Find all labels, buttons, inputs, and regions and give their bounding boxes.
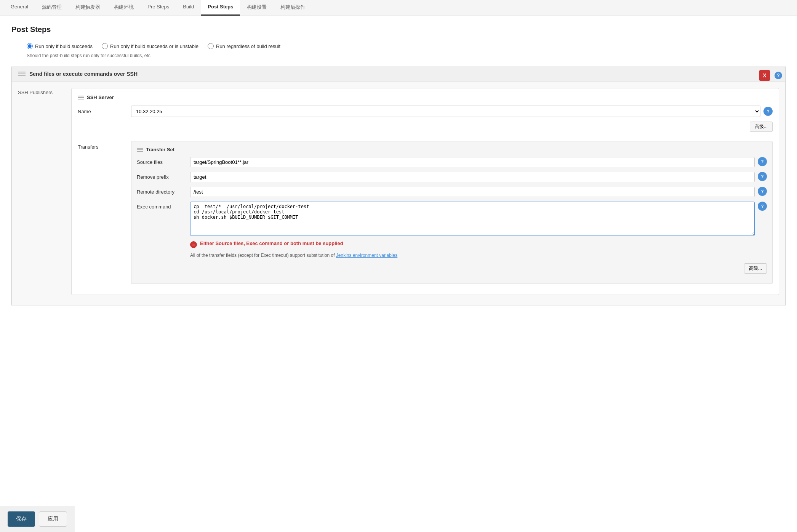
error-text: Either Source files, Exec command or bot…	[200, 240, 343, 246]
page-title: Post Steps	[11, 25, 786, 34]
name-row: Name 10.32.20.25 ?	[78, 106, 773, 117]
page-content: Post Steps Run only if build succeeds Ru…	[0, 16, 797, 532]
ssh-publishers-label: SSH Publishers	[18, 88, 71, 300]
advanced-button-transfers[interactable]: 高级...	[744, 263, 767, 274]
exec-command-label: Exec command	[137, 202, 190, 210]
remove-prefix-row: Remove prefix ?	[137, 172, 767, 182]
tab-build[interactable]: Build	[176, 0, 201, 16]
ssh-card-body: SSH Publishers SSH Server Name 10.32.20.…	[12, 82, 785, 306]
tab-build-triggers[interactable]: 构建触发器	[69, 0, 107, 16]
advanced-button-server[interactable]: 高级...	[750, 122, 773, 132]
radio-group: Run only if build succeeds Run only if b…	[11, 43, 786, 49]
help-icon-source[interactable]: ?	[758, 157, 767, 166]
tab-pre-steps[interactable]: Pre Steps	[141, 0, 176, 16]
radio-label-option3: Run regardless of build result	[216, 43, 280, 49]
transfers-block: Transfer Set Source files ?	[131, 141, 773, 284]
tab-general[interactable]: General	[4, 0, 35, 16]
radio-hint: Should the post-build steps run only for…	[11, 53, 786, 58]
help-icon-prefix[interactable]: ?	[758, 172, 767, 181]
source-files-input[interactable]	[190, 157, 755, 167]
close-button[interactable]: X	[759, 70, 770, 81]
section-drag-handle[interactable]	[78, 96, 84, 99]
remove-prefix-label: Remove prefix	[137, 172, 190, 180]
radio-option2[interactable]: Run only if build succeeds or is unstabl…	[102, 43, 198, 49]
apply-button[interactable]: 应用	[39, 511, 67, 527]
name-select[interactable]: 10.32.20.25	[131, 106, 760, 117]
transfers-label: Transfers	[78, 141, 131, 150]
tab-build-env[interactable]: 构建环境	[107, 0, 141, 16]
radio-label-option1: Run only if build succeeds	[35, 43, 93, 49]
radio-input-option3[interactable]	[208, 43, 214, 49]
exec-command-textarea[interactable]	[190, 202, 755, 236]
drag-handle[interactable]	[18, 72, 26, 76]
ssh-server-header: SSH Server	[78, 95, 773, 100]
radio-label-option2: Run only if build succeeds or is unstabl…	[110, 43, 198, 49]
bottom-buttons: 保存 应用	[0, 506, 75, 532]
help-icon-exec[interactable]: ?	[758, 202, 767, 211]
ssh-server-section-title: SSH Server	[87, 95, 114, 100]
tab-scm[interactable]: 源码管理	[35, 0, 69, 16]
transfers-content: Transfer Set Source files ?	[131, 141, 773, 284]
transfers-header: Transfer Set	[137, 147, 767, 152]
ssh-publishers-content: SSH Server Name 10.32.20.25 ?	[71, 88, 779, 300]
name-label: Name	[78, 109, 131, 114]
error-block: − Either Source files, Exec command or b…	[137, 240, 767, 248]
help-icon-remote[interactable]: ?	[758, 187, 767, 196]
exec-command-row: Exec command ?	[137, 202, 767, 236]
transfer-set-title: Transfer Set	[146, 147, 174, 152]
remote-dir-label: Remote directory	[137, 187, 190, 195]
source-files-row: Source files ?	[137, 157, 767, 167]
tab-post-build[interactable]: 构建后操作	[274, 0, 312, 16]
remove-prefix-input[interactable]	[190, 172, 755, 182]
source-files-label: Source files	[137, 157, 190, 165]
jenkins-env-link[interactable]: Jenkins environment variables	[336, 253, 397, 258]
help-icon-card[interactable]: ?	[775, 72, 782, 79]
error-icon: −	[190, 241, 197, 248]
transfers-row: Transfers Transfer Set	[78, 141, 773, 284]
ssh-card-title: Send files or execute commands over SSH	[29, 71, 138, 77]
remote-dir-row: Remote directory ?	[137, 187, 767, 197]
ssh-card: Send files or execute commands over SSH …	[11, 66, 786, 306]
save-button[interactable]: 保存	[8, 511, 35, 527]
transfer-drag-handle[interactable]	[137, 148, 143, 152]
radio-input-option2[interactable]	[102, 43, 108, 49]
ssh-server-block: SSH Server Name 10.32.20.25 ?	[71, 88, 779, 295]
ssh-card-header: Send files or execute commands over SSH	[12, 66, 785, 82]
radio-input-option1[interactable]	[27, 43, 33, 49]
info-text: All of the transfer fields (except for E…	[137, 252, 767, 259]
tab-build-settings[interactable]: 构建设置	[240, 0, 274, 16]
radio-option1[interactable]: Run only if build succeeds	[27, 43, 93, 49]
top-nav: General 源码管理 构建触发器 构建环境 Pre Steps Build …	[0, 0, 797, 16]
remote-dir-input[interactable]	[190, 187, 755, 197]
help-icon-name[interactable]: ?	[763, 107, 773, 116]
tab-post-steps[interactable]: Post Steps	[201, 0, 240, 16]
radio-option3[interactable]: Run regardless of build result	[208, 43, 280, 49]
